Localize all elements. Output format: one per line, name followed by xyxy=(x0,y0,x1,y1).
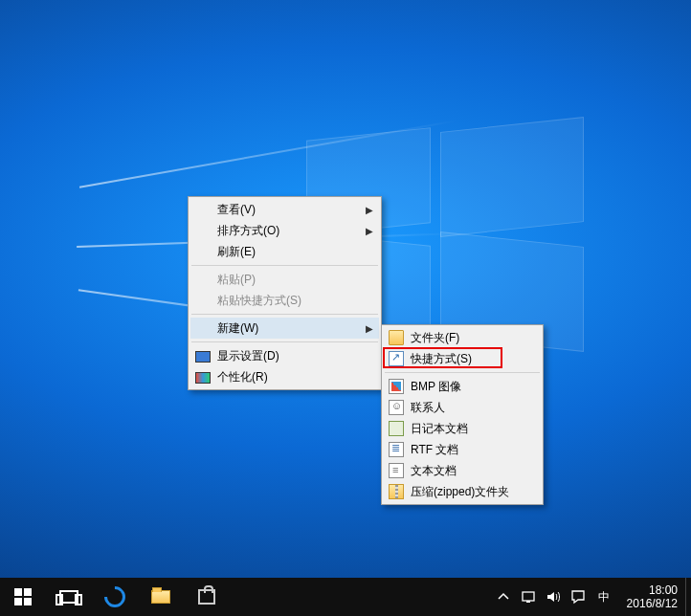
menu-item-label: BMP 图像 xyxy=(411,379,461,395)
menu-separator xyxy=(385,372,540,373)
action-center-icon[interactable] xyxy=(569,588,587,605)
submenu-item-shortcut[interactable]: 快捷方式(S) xyxy=(384,348,541,369)
submenu-item-contact[interactable]: 联系人 xyxy=(384,397,541,418)
svg-rect-0 xyxy=(523,592,534,601)
ime-indicator[interactable]: 中 xyxy=(594,589,613,605)
menu-item-label: 粘贴快捷方式(S) xyxy=(217,293,301,309)
taskbar: 中 18:00 2016/8/12 xyxy=(0,578,691,616)
menu-item-refresh[interactable]: 刷新(E) xyxy=(190,241,379,262)
display-icon xyxy=(195,351,211,363)
menu-item-label: 文本文档 xyxy=(411,463,457,479)
menu-item-label: 联系人 xyxy=(411,400,445,416)
submenu-item-bmp[interactable]: BMP 图像 xyxy=(384,376,541,397)
volume-icon[interactable] xyxy=(545,588,562,605)
edge-icon xyxy=(100,582,129,611)
windows-start-icon xyxy=(14,588,32,605)
submenu-arrow-icon: ▶ xyxy=(366,226,373,236)
submenu-item-zip[interactable]: 压缩(zipped)文件夹 xyxy=(384,481,541,502)
desktop[interactable]: 查看(V) ▶ 排序方式(O) ▶ 刷新(E) 粘贴(P) 粘贴快捷方式(S) … xyxy=(0,0,691,616)
submenu-item-folder[interactable]: 文件夹(F) xyxy=(384,327,541,348)
file-explorer-icon xyxy=(151,590,170,604)
submenu-item-txt[interactable]: 文本文档 xyxy=(384,460,541,481)
task-view-icon xyxy=(59,590,78,604)
menu-item-new[interactable]: 新建(W) ▶ xyxy=(190,318,379,339)
menu-item-label: 排序方式(O) xyxy=(217,223,279,239)
submenu-arrow-icon: ▶ xyxy=(366,323,373,334)
clock-time: 18:00 xyxy=(627,583,678,597)
menu-item-label: 粘贴(P) xyxy=(217,272,256,288)
network-icon[interactable] xyxy=(520,588,537,605)
menu-item-label: RTF 文档 xyxy=(411,442,458,458)
svg-rect-1 xyxy=(526,601,530,603)
submenu-arrow-icon: ▶ xyxy=(366,205,373,215)
folder-icon xyxy=(389,330,404,345)
submenu-item-journal[interactable]: 日记本文档 xyxy=(384,418,541,439)
menu-separator xyxy=(191,341,378,342)
menu-item-label: 新建(W) xyxy=(217,320,258,337)
store-icon xyxy=(198,589,215,605)
menu-item-label: 查看(V) xyxy=(217,202,256,218)
contact-icon xyxy=(389,400,404,415)
show-desktop-button[interactable] xyxy=(685,578,691,616)
menu-item-display-settings[interactable]: 显示设置(D) xyxy=(190,345,379,366)
start-button[interactable] xyxy=(0,578,46,616)
task-view-button[interactable] xyxy=(46,578,92,616)
menu-separator xyxy=(191,265,378,266)
menu-item-label: 显示设置(D) xyxy=(217,348,279,364)
tray-overflow-icon[interactable] xyxy=(495,588,512,605)
rtf-icon xyxy=(389,442,404,457)
menu-item-personalize[interactable]: 个性化(R) xyxy=(190,366,379,387)
menu-item-label: 文件夹(F) xyxy=(411,330,459,346)
journal-icon xyxy=(389,421,404,436)
menu-item-view[interactable]: 查看(V) ▶ xyxy=(190,199,379,220)
menu-item-label: 压缩(zipped)文件夹 xyxy=(411,484,509,500)
taskbar-clock[interactable]: 18:00 2016/8/12 xyxy=(619,583,685,611)
system-tray: 中 xyxy=(489,578,619,616)
menu-item-label: 快捷方式(S) xyxy=(411,351,472,367)
clock-date: 2016/8/12 xyxy=(627,597,678,610)
menu-item-sort[interactable]: 排序方式(O) ▶ xyxy=(190,220,379,241)
taskbar-app-explorer[interactable] xyxy=(138,578,184,616)
menu-item-paste: 粘贴(P) xyxy=(190,269,379,290)
menu-item-paste-shortcut: 粘贴快捷方式(S) xyxy=(190,290,379,311)
menu-item-label: 刷新(E) xyxy=(217,244,256,260)
new-submenu: 文件夹(F) 快捷方式(S) BMP 图像 联系人 日记本文档 RTF 文档 文… xyxy=(381,324,544,505)
menu-item-label: 日记本文档 xyxy=(411,421,468,437)
shortcut-icon xyxy=(389,351,404,366)
txt-icon xyxy=(389,463,404,478)
menu-item-label: 个性化(R) xyxy=(217,369,268,385)
personalize-icon xyxy=(195,372,211,384)
menu-separator xyxy=(191,314,378,315)
zip-icon xyxy=(389,484,404,499)
desktop-context-menu: 查看(V) ▶ 排序方式(O) ▶ 刷新(E) 粘贴(P) 粘贴快捷方式(S) … xyxy=(188,196,382,390)
bmp-icon xyxy=(389,379,404,394)
submenu-item-rtf[interactable]: RTF 文档 xyxy=(384,439,541,460)
taskbar-app-store[interactable] xyxy=(184,578,230,616)
taskbar-app-edge[interactable] xyxy=(92,578,138,616)
